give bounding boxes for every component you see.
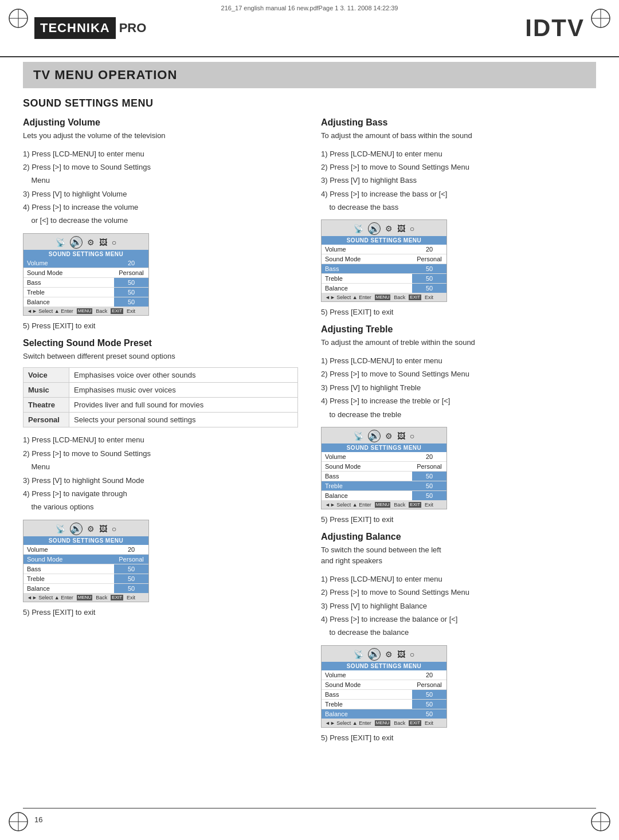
bass-press-exit: 5) Press [EXIT] to exit — [321, 308, 596, 316]
screen-footer-sm: ◄► Select ▲ Enter MENU Back EXIT Exit — [23, 594, 148, 602]
row-soundmode-value: Personal — [114, 268, 148, 277]
screen-icons-balance: 📡 🔊 ⚙ 🖼 ○ — [322, 646, 446, 662]
row-treble-label-4: Treble — [322, 481, 412, 490]
row-bass-value-2: 50 — [114, 564, 148, 574]
header: TECHNIKA PRO IDTV — [0, 0, 619, 57]
icon-antenna-5: 📡 — [354, 650, 363, 659]
adjusting-bass-desc: To adjust the amount of bass within the … — [321, 130, 596, 142]
row-soundmode-value-3: Personal — [412, 254, 446, 264]
row-treble-value: 50 — [114, 287, 148, 297]
icon-image-3: 🖼 — [397, 224, 405, 233]
screen-table-bass: Volume20 Sound ModePersonal Bass50 Trebl… — [322, 245, 446, 293]
row-bass-label-2: Bass — [23, 564, 114, 574]
mode-personal-desc: Selects your personal sound settings — [69, 413, 298, 427]
icon-sound-active-5: 🔊 — [368, 648, 381, 661]
icon-image-2: 🖼 — [99, 524, 107, 533]
row-bass-label: Bass — [23, 277, 114, 287]
logo-technika: TECHNIKA — [34, 17, 116, 39]
row-soundmode-value-4: Personal — [412, 461, 446, 471]
treble-press-exit: 5) Press [EXIT] to exit — [321, 515, 596, 524]
row-volume-label-3: Volume — [322, 245, 412, 254]
icon-antenna-2: 📡 — [56, 524, 65, 533]
adjusting-balance-section: Adjusting Balance To switch the sound be… — [321, 532, 596, 742]
row-balance-value-4: 50 — [412, 490, 446, 500]
row-volume-label-5: Volume — [322, 670, 412, 680]
icon-antenna-3: 📡 — [354, 224, 363, 233]
row-treble-label-3: Treble — [322, 274, 412, 284]
row-treble-value-5: 50 — [412, 699, 446, 709]
row-soundmode-label-5: Sound Mode — [322, 680, 412, 689]
row-treble-label-5: Treble — [322, 699, 412, 709]
icon-settings-3: ⚙ — [385, 224, 393, 233]
icon-image-4: 🖼 — [397, 431, 405, 441]
mode-theatre-name: Theatre — [23, 398, 69, 413]
row-treble-label-2: Treble — [23, 574, 114, 583]
page-title: TV MENU OPERATION — [23, 62, 596, 88]
screen-table-balance: Volume20 Sound ModePersonal Bass50 Trebl… — [322, 670, 446, 719]
row-bass-label-4: Bass — [322, 471, 412, 481]
balance-press-exit: 5) Press [EXIT] to exit — [321, 733, 596, 742]
adjusting-treble-section: Adjusting Treble To adjust the amount of… — [321, 324, 596, 523]
row-soundmode-value-2: Personal — [114, 554, 148, 564]
sound-mode-heading: Selecting Sound Mode Preset — [23, 338, 298, 348]
icon-circle-2: ○ — [112, 524, 116, 533]
row-treble-value-4: 50 — [412, 481, 446, 490]
icon-antenna: 📡 — [56, 238, 65, 247]
row-bass-label-3: Bass — [322, 264, 412, 274]
row-bass-value-5: 50 — [412, 689, 446, 699]
icon-sound-active-3: 🔊 — [368, 222, 381, 235]
screen-icons-treble: 📡 🔊 ⚙ 🖼 ○ — [322, 427, 446, 443]
sound-mode-section: Selecting Sound Mode Preset Switch betwe… — [23, 338, 298, 617]
screen-mockup-soundmode: 📡 🔊 ⚙ 🖼 ○ SOUND SETTINGS MENU Volume20 S… — [23, 520, 149, 602]
row-volume-value-5: 20 — [412, 670, 446, 680]
screen-mockup-bass: 📡 🔊 ⚙ 🖼 ○ SOUND SETTINGS MENU Volume20 S… — [321, 219, 447, 302]
mode-voice-name: Voice — [23, 368, 69, 383]
icon-settings-5: ⚙ — [385, 650, 393, 659]
screen-menu-title-bass: SOUND SETTINGS MENU — [322, 236, 446, 245]
mode-row-music: Music Emphasises music over voices — [23, 383, 298, 398]
screen-table-treble: Volume20 Sound ModePersonal Bass50 Trebl… — [322, 452, 446, 501]
icon-circle-4: ○ — [410, 431, 414, 441]
bottom-border — [23, 808, 596, 808]
right-column: Adjusting Bass To adjust the amount of b… — [321, 117, 596, 750]
screen-footer-treble: ◄► Select ▲ Enter MENU Back EXIT Exit — [322, 501, 446, 509]
row-volume-label-4: Volume — [322, 452, 412, 462]
row-volume-value-3: 20 — [412, 245, 446, 254]
row-balance-value-3: 50 — [412, 284, 446, 293]
sound-mode-steps: 1) Press [LCD-MENU] to enter menu 2) Pre… — [23, 433, 298, 513]
row-treble-value-2: 50 — [114, 574, 148, 583]
adjusting-treble-desc: To adjust the amount of treble within th… — [321, 337, 596, 348]
row-treble-label: Treble — [23, 287, 114, 297]
adjusting-balance-heading: Adjusting Balance — [321, 532, 596, 542]
icon-image: 🖼 — [99, 238, 107, 247]
row-volume-value: 20 — [114, 258, 148, 268]
row-balance-label-3: Balance — [322, 284, 412, 293]
adjusting-treble-heading: Adjusting Treble — [321, 324, 596, 335]
row-bass-value-4: 50 — [412, 471, 446, 481]
row-soundmode-label-3: Sound Mode — [322, 254, 412, 264]
mode-table: Voice Emphasises voice over other sounds… — [23, 367, 298, 427]
brand-title: IDTV — [525, 14, 585, 42]
row-volume-label: Volume — [23, 258, 114, 268]
row-soundmode-label: Sound Mode — [23, 268, 114, 277]
adjusting-bass-section: Adjusting Bass To adjust the amount of b… — [321, 117, 596, 316]
page-number: 16 — [34, 815, 42, 824]
row-balance-value: 50 — [114, 297, 148, 307]
screen-mockup-balance: 📡 🔊 ⚙ 🖼 ○ SOUND SETTINGS MENU Volume20 S… — [321, 645, 447, 728]
row-bass-value-3: 50 — [412, 264, 446, 274]
icon-circle-5: ○ — [410, 650, 414, 659]
row-soundmode-label-2: Sound Mode — [23, 554, 114, 564]
row-balance-label-2: Balance — [23, 583, 114, 593]
screen-footer-volume: ◄► Select ▲ Enter MENU Back EXIT Exit — [23, 307, 148, 315]
adjusting-treble-steps: 1) Press [LCD-MENU] to enter menu 2) Pre… — [321, 354, 596, 421]
logo-pro: PRO — [119, 21, 147, 36]
mode-voice-desc: Emphasises voice over other sounds — [69, 368, 298, 383]
icon-settings-4: ⚙ — [385, 431, 393, 441]
icon-antenna-4: 📡 — [354, 431, 363, 441]
screen-menu-title-treble: SOUND SETTINGS MENU — [322, 443, 446, 452]
icon-circle: ○ — [112, 238, 116, 247]
row-volume-value-2: 20 — [114, 545, 148, 555]
mode-row-personal: Personal Selects your personal sound set… — [23, 413, 298, 427]
icon-settings-2: ⚙ — [87, 524, 95, 533]
row-balance-value-2: 50 — [114, 583, 148, 593]
